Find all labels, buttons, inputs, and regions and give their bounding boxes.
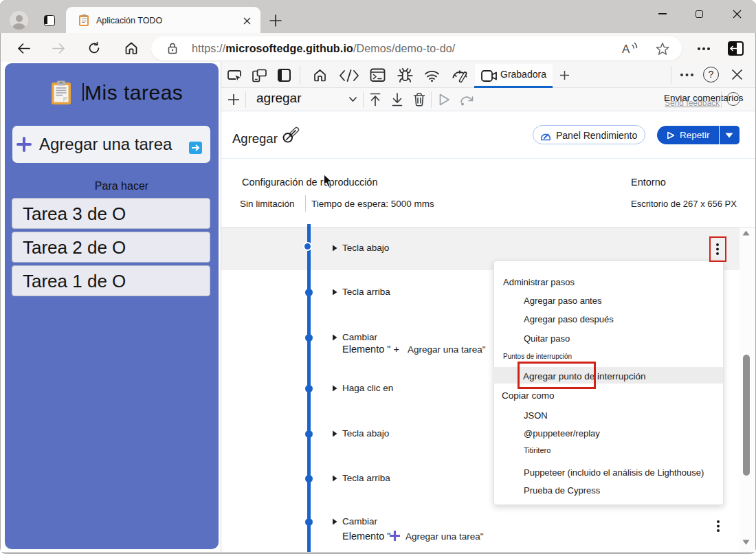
svg-text:A: A (622, 43, 630, 56)
